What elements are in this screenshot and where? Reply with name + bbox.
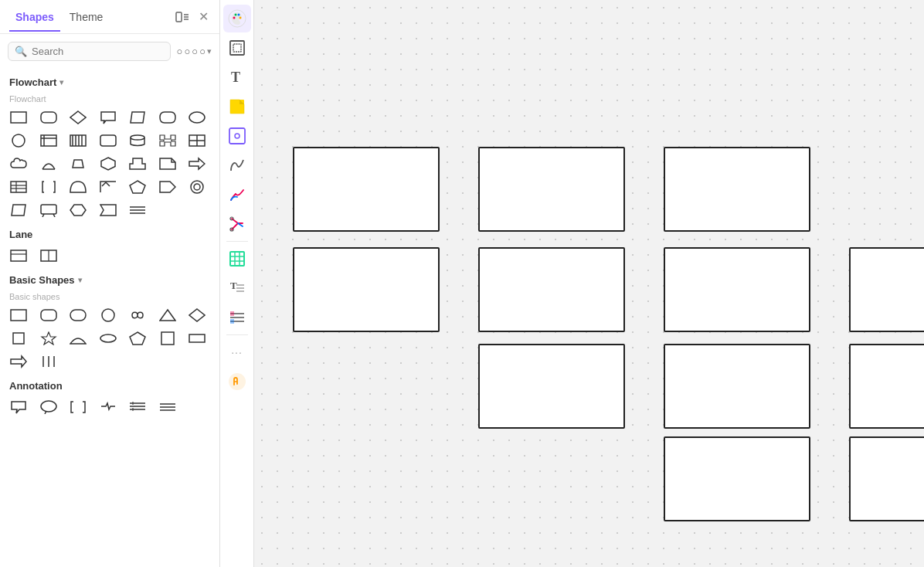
tool-scissors-btn[interactable] [223, 210, 251, 238]
shape-ann-bracket[interactable] [66, 396, 90, 418]
shape-bs-square[interactable] [155, 328, 180, 349]
shape-trapezoid[interactable] [66, 153, 90, 175]
shape-hex2[interactable] [66, 199, 90, 221]
canvas-box-r2c1[interactable] [293, 247, 440, 332]
shape-bs-rect2[interactable] [185, 328, 209, 349]
shape-bs-lines-v[interactable] [36, 351, 61, 372]
lane-section-header[interactable]: Lane [6, 222, 213, 243]
shape-bs-diamond[interactable] [185, 304, 209, 326]
shape-parallelogram[interactable] [125, 107, 150, 128]
shape-pentagon[interactable] [125, 176, 150, 198]
tool-connector-btn[interactable] [223, 122, 251, 150]
tab-shapes[interactable]: Shapes [9, 3, 60, 31]
search-input[interactable] [32, 46, 164, 57]
shape-arc[interactable] [36, 153, 61, 175]
canvas-box-r2c3[interactable] [664, 247, 810, 332]
canvas-box-r1c3[interactable] [664, 147, 810, 232]
shape-internal-storage[interactable] [36, 130, 61, 151]
tool-palette-btn[interactable] [223, 5, 251, 32]
basic-shapes-section-header[interactable]: Basic Shapes ▾ [6, 268, 213, 289]
shape-table[interactable] [185, 130, 209, 151]
shape-stadium[interactable] [155, 107, 180, 128]
shape-hexagon[interactable] [96, 153, 121, 175]
shape-lane-v[interactable] [36, 245, 61, 267]
dropdown-arrow-icon[interactable]: ▾ [207, 46, 212, 56]
shape-slanted[interactable] [6, 199, 31, 221]
shape-ann-multiline[interactable] [125, 396, 150, 418]
circle-filter-icon4[interactable]: ○ [199, 46, 206, 57]
shape-bracket[interactable] [36, 176, 61, 198]
shape-bs-star[interactable] [36, 328, 61, 349]
shape-bs-pentagon2[interactable] [125, 328, 150, 349]
shape-bs-ellipse-h[interactable] [96, 328, 121, 349]
shape-bs-squircle[interactable] [66, 304, 90, 326]
shape-note[interactable] [155, 153, 180, 175]
shape-manual-input[interactable] [66, 130, 90, 151]
flowchart-section-header[interactable]: Flowchart ▾ [6, 70, 213, 91]
tool-extra-btn[interactable] [223, 368, 251, 396]
shape-ellipse[interactable] [185, 107, 209, 128]
shape-bs-loop[interactable] [125, 304, 150, 326]
canvas-area[interactable] [254, 0, 924, 567]
shape-rounded-rect[interactable] [36, 107, 61, 128]
shape-ann-speech[interactable] [6, 396, 31, 418]
tool-sticky-btn[interactable] [223, 93, 251, 121]
circle-filter-icon3[interactable]: ○ [192, 46, 198, 57]
svg-rect-0 [176, 12, 182, 22]
close-icon[interactable]: ✕ [197, 8, 210, 25]
shape-diamond[interactable] [66, 107, 90, 128]
tab-theme[interactable]: Theme [63, 3, 110, 31]
shape-arrow[interactable] [185, 153, 209, 175]
shape-bs-parallelogram[interactable] [6, 328, 31, 349]
canvas-box-r2c4[interactable] [849, 247, 924, 332]
shape-notched[interactable] [96, 199, 121, 221]
canvas-box-r3c4[interactable] [849, 344, 924, 429]
shape-rectangle[interactable] [6, 107, 31, 128]
canvas-box-r3c2[interactable] [478, 344, 625, 429]
tool-curve-btn[interactable] [223, 151, 251, 179]
canvas-box-r1c2[interactable] [478, 147, 625, 232]
canvas-box-r2c2[interactable] [478, 247, 625, 332]
shape-circle[interactable] [6, 130, 31, 151]
canvas-box-r1c1[interactable] [293, 147, 440, 232]
shape-tag[interactable] [155, 176, 180, 198]
shape-ann-ellipsis[interactable] [96, 396, 121, 418]
shape-corner[interactable] [96, 176, 121, 198]
shape-bs-rounded[interactable] [36, 304, 61, 326]
shape-bs-triangle[interactable] [155, 304, 180, 326]
shape-cylinder[interactable] [125, 130, 150, 151]
canvas-box-r4c4[interactable] [849, 436, 924, 521]
shape-bullseye[interactable] [185, 176, 209, 198]
canvas-box-r3c3[interactable] [664, 344, 810, 429]
shape-list-shape[interactable] [6, 176, 31, 198]
tool-more-btn[interactable]: ··· [223, 338, 251, 366]
svg-marker-37 [70, 205, 86, 216]
shape-triple-lines[interactable] [125, 199, 150, 221]
shape-filter-icons[interactable]: ○ ○ ○ ○ ▾ [177, 46, 212, 57]
tool-text-btn[interactable]: T [223, 63, 251, 91]
shape-bs-circle[interactable] [96, 304, 121, 326]
shape-bs-arrow-right[interactable] [6, 351, 31, 372]
shape-step[interactable] [125, 153, 150, 175]
shape-cross[interactable] [155, 130, 180, 151]
annotation-section-header[interactable]: Annotation [6, 374, 213, 395]
tool-pen-btn[interactable] [223, 181, 251, 209]
tool-list-btn[interactable] [223, 304, 251, 331]
tool-table-btn[interactable] [223, 245, 251, 273]
shape-rect-rounded-one[interactable] [96, 130, 121, 151]
shape-bs-bump[interactable] [66, 328, 90, 349]
shape-callout[interactable] [96, 107, 121, 128]
canvas-box-r4c3[interactable] [664, 436, 810, 521]
tool-textlist-btn[interactable]: T [223, 274, 251, 302]
circle-filter-icon[interactable]: ○ [177, 46, 183, 57]
shape-bs-rect[interactable] [6, 304, 31, 326]
shape-lane-h[interactable] [6, 245, 31, 267]
shape-ann-lines[interactable] [155, 396, 180, 418]
circle-filter-icon2[interactable]: ○ [184, 46, 190, 57]
shape-half-circle[interactable] [66, 176, 90, 198]
shape-cloud[interactable] [6, 153, 31, 175]
tool-frame-btn[interactable] [223, 34, 251, 62]
shape-banner[interactable] [36, 199, 61, 221]
collapse-icon[interactable] [174, 10, 191, 24]
shape-ann-bubble[interactable] [36, 396, 61, 418]
